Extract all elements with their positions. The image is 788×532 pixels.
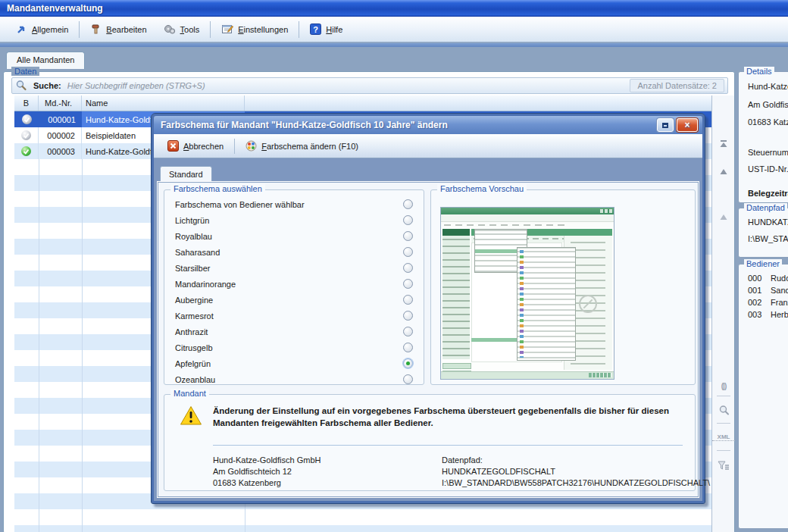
svg-text:?: ? xyxy=(313,25,318,34)
bediener-row[interactable]: 000Rudolf xyxy=(748,274,788,283)
abbrechen-button[interactable]: Abbrechen xyxy=(161,137,230,155)
radio-button[interactable] xyxy=(403,279,413,289)
radio-button[interactable] xyxy=(403,374,413,384)
dialog-body: Abbrechen Farbschema ändern (F10) Standa… xyxy=(154,134,702,501)
farbschema-aendern-button[interactable]: Farbschema ändern (F10) xyxy=(239,137,364,155)
menu-tools[interactable]: Tools xyxy=(155,20,208,39)
preview-statusbar xyxy=(441,371,614,379)
radio-button[interactable] xyxy=(403,247,413,257)
column-divider xyxy=(82,111,83,532)
radio-button[interactable] xyxy=(403,343,413,352)
radio-button[interactable] xyxy=(403,295,413,305)
dialog-title: Farbschema für Mandant "Hund-Katze-Goldf… xyxy=(161,120,448,130)
window-title: Mandantenverwaltung xyxy=(7,3,103,14)
zoom-icon[interactable] xyxy=(712,405,735,416)
scroll-up-icon[interactable] xyxy=(712,168,735,175)
detail-line: Steuernummer: xyxy=(748,148,788,157)
preview-sidebar xyxy=(442,236,470,359)
window-titlebar[interactable]: Mandantenverwaltung xyxy=(0,0,788,17)
column-header-name[interactable]: Name xyxy=(82,95,245,111)
bediener-panel: Bediener 000Rudolf 001Sandra 002Franz 00… xyxy=(738,264,788,529)
farbschema-option[interactable]: Royalblau xyxy=(175,228,413,244)
table-header[interactable]: B Md.-Nr. Name xyxy=(14,95,711,111)
tab-standard[interactable]: Standard xyxy=(160,166,212,182)
dialog-tabzone: Standard Farbschema auswählen Farbschema… xyxy=(154,158,702,501)
warning-text: Änderung der Einstellung auf ein vorgege… xyxy=(213,405,686,429)
warning-icon xyxy=(180,405,202,426)
search-icon xyxy=(15,80,27,92)
scroll-up-inactive-icon[interactable] xyxy=(712,214,735,221)
farbschema-option[interactable]: Starsilber xyxy=(175,260,413,276)
menu-label: Bearbeiten xyxy=(106,25,146,34)
restore-button[interactable] xyxy=(657,118,674,132)
columns-icon[interactable]: (|) xyxy=(712,382,735,390)
farbschema-option[interactable]: Aubergine xyxy=(175,292,413,308)
preview-submenu xyxy=(517,247,576,361)
menubar: Allgemein Bearbeiten Tools Einstellungen… xyxy=(0,17,788,42)
group-label: Mandant xyxy=(170,389,209,398)
menu-allgemein[interactable]: Allgemein xyxy=(8,20,77,39)
column-header-b[interactable]: B xyxy=(14,95,39,111)
cancel-icon xyxy=(167,140,179,152)
dialog-toolbar: Abbrechen Farbschema ändern (F10) xyxy=(154,134,702,158)
menu-label: Allgemein xyxy=(32,25,68,34)
menu-label: Einstellungen xyxy=(238,25,288,34)
menu-bearbeiten[interactable]: Bearbeiten xyxy=(82,20,155,39)
bediener-row[interactable]: 001Sandra xyxy=(748,286,788,295)
search-bar: Suche: Anzahl Datensätze: 2 xyxy=(11,77,728,94)
column-divider xyxy=(39,111,39,532)
radio-button[interactable] xyxy=(403,311,413,321)
detail-line-bold: Belegzeiträume xyxy=(748,189,788,198)
radio-button[interactable] xyxy=(403,263,413,273)
dialog-tab-page: Farbschema auswählen Farbschema von Bedi… xyxy=(157,181,699,498)
farbschema-option[interactable]: Citrusgelb xyxy=(175,340,413,355)
mandant-group: Mandant Änderung der Einstellung auf ein… xyxy=(164,394,696,491)
filter-icon[interactable] xyxy=(712,461,735,471)
preview-titlebar xyxy=(441,208,614,214)
datenpfad-panel: Datenpfad HUNDKATZEGOLDFISCHALT I:\BW_ST… xyxy=(738,208,788,258)
farbschema-option[interactable]: Ozeanblau xyxy=(175,371,413,387)
farbschema-option[interactable]: Mandarinorange xyxy=(175,276,413,292)
farbschema-option[interactable]: Lichtgrün xyxy=(175,212,413,228)
details-panel-label: Details xyxy=(744,67,774,76)
menu-einstellungen[interactable]: Einstellungen xyxy=(213,20,296,39)
bediener-row[interactable]: 002Franz xyxy=(748,298,788,307)
bediener-row[interactable]: 003Herbert xyxy=(748,310,788,319)
farbschema-option[interactable]: Farbschema von Bediener wählbar xyxy=(175,196,413,212)
restore-icon xyxy=(662,123,668,128)
radio-button[interactable] xyxy=(403,231,413,241)
record-count-badge: Anzahl Datensätze: 2 xyxy=(630,79,724,92)
scroll-to-top-icon[interactable] xyxy=(712,139,735,148)
detail-line: UST-ID-Nr.: xyxy=(748,164,788,174)
status-green-check-icon xyxy=(21,146,31,156)
radio-button[interactable] xyxy=(403,215,413,225)
close-button[interactable]: × xyxy=(677,118,698,132)
farbschema-option[interactable]: Karmesrot xyxy=(175,308,413,324)
farbschema-option-selected[interactable]: Apfelgrün xyxy=(175,355,413,371)
divider xyxy=(213,445,683,446)
group-label: Farbschema Vorschau xyxy=(437,184,527,193)
search-label: Suche: xyxy=(33,81,61,90)
farbschema-vorschau-group: Farbschema Vorschau F xyxy=(430,189,696,385)
radio-button[interactable] xyxy=(403,327,413,336)
radio-button[interactable] xyxy=(403,199,413,209)
detail-line: Hund-Katze-Goldfisch GmbH xyxy=(748,82,788,91)
group-label: Farbschema auswählen xyxy=(170,184,265,193)
preview-no-entry-icon xyxy=(579,295,597,313)
diagonal-arrow-icon xyxy=(16,23,27,35)
daten-group-label: Daten xyxy=(11,67,39,76)
menu-hilfe[interactable]: ? Hilfe xyxy=(302,20,351,39)
xml-export-icon[interactable]: XML xyxy=(712,433,735,441)
details-panel: Details Hund-Katze-Goldfisch GmbH Am Gol… xyxy=(738,71,788,203)
menu-label: Tools xyxy=(180,25,200,34)
column-header-nr[interactable]: Md.-Nr. xyxy=(39,95,82,111)
search-input[interactable] xyxy=(66,80,630,91)
farbschema-option[interactable]: Saharasand xyxy=(175,244,413,260)
grid-side-toolbar: (|) XML xyxy=(711,95,734,532)
radio-button-selected[interactable] xyxy=(403,358,413,368)
toolbar-separator xyxy=(234,139,235,154)
dialog-titlebar[interactable]: Farbschema für Mandant "Hund-Katze-Goldf… xyxy=(154,116,702,134)
farbschema-auswahl-group: Farbschema auswählen Farbschema von Bedi… xyxy=(164,189,424,385)
farbschema-option[interactable]: Anthrazit xyxy=(175,324,413,340)
status-silver-check-icon xyxy=(22,114,32,124)
